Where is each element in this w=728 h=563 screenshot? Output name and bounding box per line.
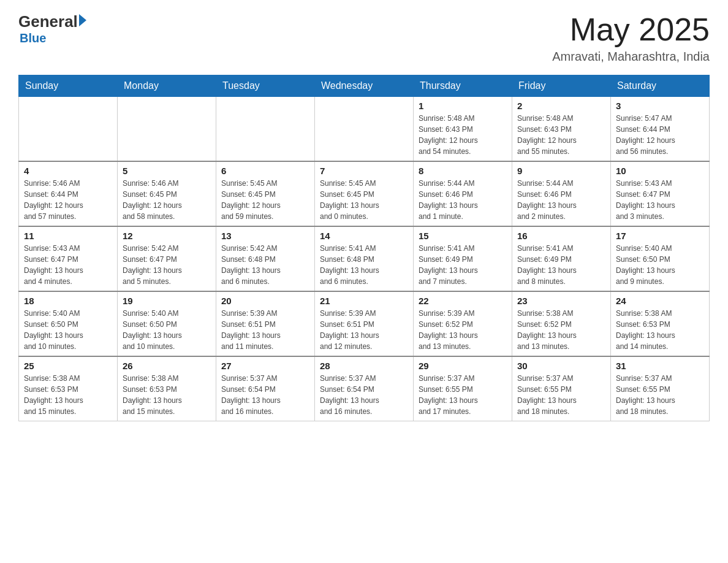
day-info: Sunrise: 5:37 AMSunset: 6:54 PMDaylight:… xyxy=(221,373,309,417)
weekday-header-tuesday: Tuesday xyxy=(216,75,315,97)
calendar-cell: 6Sunrise: 5:45 AMSunset: 6:45 PMDaylight… xyxy=(216,161,315,226)
calendar-cell: 21Sunrise: 5:39 AMSunset: 6:51 PMDayligh… xyxy=(315,291,414,356)
day-info: Sunrise: 5:43 AMSunset: 6:47 PMDaylight:… xyxy=(616,178,704,222)
calendar-week-row: 4Sunrise: 5:46 AMSunset: 6:44 PMDaylight… xyxy=(19,161,710,226)
page-header: General Blue May 2025 Amravati, Maharash… xyxy=(18,12,710,64)
day-info: Sunrise: 5:37 AMSunset: 6:55 PMDaylight:… xyxy=(616,373,704,417)
day-info: Sunrise: 5:39 AMSunset: 6:52 PMDaylight:… xyxy=(419,308,507,352)
day-info: Sunrise: 5:44 AMSunset: 6:46 PMDaylight:… xyxy=(419,178,507,222)
calendar-cell: 11Sunrise: 5:43 AMSunset: 6:47 PMDayligh… xyxy=(19,226,118,291)
day-info: Sunrise: 5:45 AMSunset: 6:45 PMDaylight:… xyxy=(221,178,309,222)
day-number: 13 xyxy=(221,231,309,241)
calendar-cell: 28Sunrise: 5:37 AMSunset: 6:54 PMDayligh… xyxy=(315,356,414,421)
day-number: 29 xyxy=(419,361,507,371)
day-info: Sunrise: 5:38 AMSunset: 6:52 PMDaylight:… xyxy=(517,308,605,352)
calendar-cell: 30Sunrise: 5:37 AMSunset: 6:55 PMDayligh… xyxy=(512,356,611,421)
day-number: 9 xyxy=(517,166,605,176)
calendar-week-row: 18Sunrise: 5:40 AMSunset: 6:50 PMDayligh… xyxy=(19,291,710,356)
day-info: Sunrise: 5:46 AMSunset: 6:44 PMDaylight:… xyxy=(24,178,112,222)
day-number: 4 xyxy=(24,166,112,176)
day-number: 10 xyxy=(616,166,704,176)
calendar-cell: 14Sunrise: 5:41 AMSunset: 6:48 PMDayligh… xyxy=(315,226,414,291)
calendar-cell: 1Sunrise: 5:48 AMSunset: 6:43 PMDaylight… xyxy=(414,97,512,162)
day-info: Sunrise: 5:41 AMSunset: 6:49 PMDaylight:… xyxy=(517,243,605,287)
day-number: 31 xyxy=(616,361,704,371)
day-info: Sunrise: 5:38 AMSunset: 6:53 PMDaylight:… xyxy=(24,373,112,417)
calendar-cell: 3Sunrise: 5:47 AMSunset: 6:44 PMDaylight… xyxy=(611,97,710,162)
calendar-cell xyxy=(315,97,414,162)
calendar-cell: 7Sunrise: 5:45 AMSunset: 6:45 PMDaylight… xyxy=(315,161,414,226)
calendar-cell: 10Sunrise: 5:43 AMSunset: 6:47 PMDayligh… xyxy=(611,161,710,226)
calendar-cell: 5Sunrise: 5:46 AMSunset: 6:45 PMDaylight… xyxy=(118,161,216,226)
day-number: 22 xyxy=(419,296,507,306)
calendar-cell: 25Sunrise: 5:38 AMSunset: 6:53 PMDayligh… xyxy=(19,356,118,421)
day-number: 23 xyxy=(517,296,605,306)
day-info: Sunrise: 5:38 AMSunset: 6:53 PMDaylight:… xyxy=(123,373,211,417)
calendar-cell: 9Sunrise: 5:44 AMSunset: 6:46 PMDaylight… xyxy=(512,161,611,226)
day-info: Sunrise: 5:48 AMSunset: 6:43 PMDaylight:… xyxy=(517,113,605,157)
title-block: May 2025 Amravati, Maharashtra, India xyxy=(552,12,710,64)
day-number: 16 xyxy=(517,231,605,241)
day-info: Sunrise: 5:41 AMSunset: 6:48 PMDaylight:… xyxy=(320,243,408,287)
day-number: 7 xyxy=(320,166,408,176)
calendar-cell xyxy=(118,97,216,162)
calendar-cell: 18Sunrise: 5:40 AMSunset: 6:50 PMDayligh… xyxy=(19,291,118,356)
day-info: Sunrise: 5:42 AMSunset: 6:48 PMDaylight:… xyxy=(221,243,309,287)
day-number: 6 xyxy=(221,166,309,176)
day-info: Sunrise: 5:43 AMSunset: 6:47 PMDaylight:… xyxy=(24,243,112,287)
calendar-cell: 26Sunrise: 5:38 AMSunset: 6:53 PMDayligh… xyxy=(118,356,216,421)
calendar-cell: 31Sunrise: 5:37 AMSunset: 6:55 PMDayligh… xyxy=(611,356,710,421)
calendar-week-row: 11Sunrise: 5:43 AMSunset: 6:47 PMDayligh… xyxy=(19,226,710,291)
weekday-header-sunday: Sunday xyxy=(19,75,118,97)
calendar-cell: 27Sunrise: 5:37 AMSunset: 6:54 PMDayligh… xyxy=(216,356,315,421)
day-number: 1 xyxy=(419,101,507,111)
calendar-cell: 19Sunrise: 5:40 AMSunset: 6:50 PMDayligh… xyxy=(118,291,216,356)
day-number: 17 xyxy=(616,231,704,241)
day-number: 5 xyxy=(123,166,211,176)
calendar-cell: 8Sunrise: 5:44 AMSunset: 6:46 PMDaylight… xyxy=(414,161,512,226)
day-info: Sunrise: 5:40 AMSunset: 6:50 PMDaylight:… xyxy=(24,308,112,352)
calendar-cell: 20Sunrise: 5:39 AMSunset: 6:51 PMDayligh… xyxy=(216,291,315,356)
day-info: Sunrise: 5:47 AMSunset: 6:44 PMDaylight:… xyxy=(616,113,704,157)
day-number: 28 xyxy=(320,361,408,371)
day-info: Sunrise: 5:38 AMSunset: 6:53 PMDaylight:… xyxy=(616,308,704,352)
day-number: 30 xyxy=(517,361,605,371)
day-number: 8 xyxy=(419,166,507,176)
day-number: 15 xyxy=(419,231,507,241)
location-subtitle: Amravati, Maharashtra, India xyxy=(552,50,710,64)
weekday-header-monday: Monday xyxy=(118,75,216,97)
day-info: Sunrise: 5:41 AMSunset: 6:49 PMDaylight:… xyxy=(419,243,507,287)
day-number: 2 xyxy=(517,101,605,111)
day-info: Sunrise: 5:37 AMSunset: 6:55 PMDaylight:… xyxy=(517,373,605,417)
calendar-cell: 15Sunrise: 5:41 AMSunset: 6:49 PMDayligh… xyxy=(414,226,512,291)
logo: General Blue xyxy=(18,12,86,45)
day-number: 26 xyxy=(123,361,211,371)
day-number: 25 xyxy=(24,361,112,371)
calendar-cell: 2Sunrise: 5:48 AMSunset: 6:43 PMDaylight… xyxy=(512,97,611,162)
calendar-header-row: SundayMondayTuesdayWednesdayThursdayFrid… xyxy=(19,75,710,97)
day-info: Sunrise: 5:40 AMSunset: 6:50 PMDaylight:… xyxy=(616,243,704,287)
day-number: 11 xyxy=(24,231,112,241)
day-number: 24 xyxy=(616,296,704,306)
calendar-cell: 13Sunrise: 5:42 AMSunset: 6:48 PMDayligh… xyxy=(216,226,315,291)
calendar-cell: 17Sunrise: 5:40 AMSunset: 6:50 PMDayligh… xyxy=(611,226,710,291)
calendar-cell: 24Sunrise: 5:38 AMSunset: 6:53 PMDayligh… xyxy=(611,291,710,356)
day-number: 19 xyxy=(123,296,211,306)
day-number: 27 xyxy=(221,361,309,371)
weekday-header-saturday: Saturday xyxy=(611,75,710,97)
day-info: Sunrise: 5:37 AMSunset: 6:55 PMDaylight:… xyxy=(419,373,507,417)
weekday-header-wednesday: Wednesday xyxy=(315,75,414,97)
calendar-cell: 29Sunrise: 5:37 AMSunset: 6:55 PMDayligh… xyxy=(414,356,512,421)
calendar-cell: 16Sunrise: 5:41 AMSunset: 6:49 PMDayligh… xyxy=(512,226,611,291)
weekday-header-thursday: Thursday xyxy=(414,75,512,97)
day-info: Sunrise: 5:37 AMSunset: 6:54 PMDaylight:… xyxy=(320,373,408,417)
calendar-cell: 22Sunrise: 5:39 AMSunset: 6:52 PMDayligh… xyxy=(414,291,512,356)
calendar-cell xyxy=(216,97,315,162)
calendar-week-row: 25Sunrise: 5:38 AMSunset: 6:53 PMDayligh… xyxy=(19,356,710,421)
calendar-week-row: 1Sunrise: 5:48 AMSunset: 6:43 PMDaylight… xyxy=(19,97,710,162)
calendar-cell: 4Sunrise: 5:46 AMSunset: 6:44 PMDaylight… xyxy=(19,161,118,226)
logo-arrow-icon xyxy=(79,14,86,26)
calendar-cell: 23Sunrise: 5:38 AMSunset: 6:52 PMDayligh… xyxy=(512,291,611,356)
day-number: 20 xyxy=(221,296,309,306)
day-info: Sunrise: 5:48 AMSunset: 6:43 PMDaylight:… xyxy=(419,113,507,157)
